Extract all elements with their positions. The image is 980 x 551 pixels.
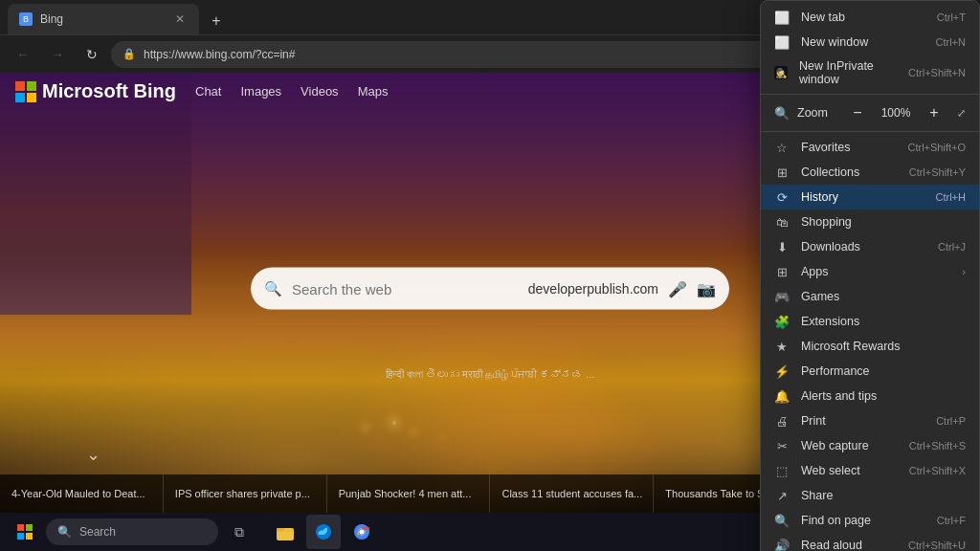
zoom-expand-button[interactable]: ⤢	[957, 107, 966, 120]
news-item-2[interactable]: Punjab Shocker! 4 men att...	[327, 474, 491, 513]
webcapture-menu-icon: ✂	[774, 438, 790, 453]
taskbar-edge[interactable]	[306, 515, 341, 549]
share-menu-icon: ↗	[774, 488, 790, 503]
alerts-menu-icon: 🔔	[774, 388, 790, 404]
extensions-menu-icon: 🧩	[774, 314, 790, 329]
zoom-decrease-button[interactable]: −	[846, 101, 869, 124]
new-tab-icon: ⬜	[774, 10, 790, 25]
menu-label-history: History	[801, 190, 924, 204]
address-bar[interactable]: 🔒 https://www.bing.com/?cc=in#	[111, 41, 808, 68]
menu-item-extensions[interactable]: 🧩 Extensions	[761, 309, 979, 334]
tab-close-button[interactable]: ✕	[172, 11, 188, 27]
new-tab-button[interactable]: +	[203, 8, 230, 34]
menu-item-new-window[interactable]: ⬜ New window Ctrl+N	[761, 30, 979, 55]
menu-label-extensions: Extensions	[801, 315, 966, 328]
shortcut-print: Ctrl+P	[936, 415, 966, 427]
browser-frame: B Bing ✕ + ··· — □ ✕ ← → ↻ 🔒 https://www…	[0, 0, 980, 551]
menu-item-webselect[interactable]: ⬚ Web select Ctrl+Shift+X	[761, 458, 979, 483]
svg-rect-7	[26, 533, 33, 540]
menu-item-favorites[interactable]: ☆ Favorites Ctrl+Shift+O	[761, 135, 979, 160]
microsoft-logo-icon	[15, 81, 36, 102]
search-input[interactable]	[292, 280, 519, 297]
taskbar-search[interactable]: 🔍 Search	[46, 518, 218, 545]
taskbar-chrome[interactable]	[345, 515, 379, 549]
news-item-0[interactable]: 4-Year-Old Mauled to Deat...	[0, 474, 164, 513]
menu-item-find-on-page[interactable]: 🔍 Find on page Ctrl+F	[761, 508, 979, 533]
rewards-menu-icon: ★	[774, 339, 790, 354]
menu-item-share[interactable]: ↗ Share	[761, 483, 979, 508]
menu-label-rewards: Microsoft Rewards	[801, 340, 966, 353]
site-label: developerpublish.com	[528, 281, 658, 297]
menu-item-new-tab[interactable]: ⬜ New tab Ctrl+T	[761, 5, 979, 30]
collections-menu-icon: ⊞	[774, 165, 790, 180]
menu-item-games[interactable]: 🎮 Games	[761, 284, 979, 309]
menu-label-webcapture: Web capture	[801, 439, 898, 452]
taskbar-icons	[268, 515, 379, 549]
menu-label-shopping: Shopping	[801, 215, 966, 229]
search-container: 🔍 developerpublish.com 🎤 📷	[251, 268, 729, 310]
menu-item-shopping[interactable]: 🛍 Shopping	[761, 209, 979, 234]
menu-label-performance: Performance	[801, 364, 966, 378]
menu-label-new-tab: New tab	[801, 11, 925, 24]
new-window-icon: ⬜	[774, 34, 790, 50]
shortcut-new-window: Ctrl+N	[936, 36, 966, 48]
bing-nav-images[interactable]: Images	[240, 84, 281, 99]
read-aloud-menu-icon: 🔊	[774, 538, 790, 551]
zoom-label: Zoom	[797, 106, 838, 120]
menu-label-webselect: Web select	[801, 464, 898, 477]
tab-favicon: B	[19, 12, 33, 26]
active-tab[interactable]: B Bing ✕	[8, 4, 199, 34]
bing-nav: Chat Images Videos Maps	[195, 84, 388, 99]
menu-label-games: Games	[801, 290, 966, 303]
tab-bar: B Bing ✕ +	[0, 0, 817, 34]
news-item-3[interactable]: Class 11 student accuses fa...	[490, 474, 654, 513]
menu-label-alerts: Alerts and tips	[801, 389, 966, 403]
menu-item-performance[interactable]: ⚡ Performance	[761, 359, 979, 384]
zoom-icon: 🔍	[774, 105, 790, 121]
bing-nav-chat[interactable]: Chat	[195, 84, 221, 99]
bing-nav-maps[interactable]: Maps	[358, 84, 389, 99]
camera-icon[interactable]: 📷	[697, 279, 716, 298]
mic-icon[interactable]: 🎤	[668, 279, 687, 298]
taskbar-search-text: Search	[79, 525, 116, 539]
downloads-menu-icon: ⬇	[774, 239, 790, 254]
menu-item-collections[interactable]: ⊞ Collections Ctrl+Shift+Y	[761, 160, 979, 185]
find-menu-icon: 🔍	[774, 513, 790, 528]
bing-logo-text: Microsoft Bing	[42, 80, 176, 102]
bing-nav-videos[interactable]: Videos	[301, 84, 339, 99]
edge-icon	[314, 522, 333, 541]
bing-logo: Microsoft Bing	[15, 80, 176, 102]
menu-item-apps[interactable]: ⊞ Apps ›	[761, 259, 979, 284]
search-box[interactable]: 🔍 developerpublish.com 🎤 📷	[251, 268, 729, 310]
shortcut-favorites: Ctrl+Shift+O	[907, 142, 966, 153]
file-explorer-icon	[276, 522, 295, 541]
menu-item-webcapture[interactable]: ✂ Web capture Ctrl+Shift+S	[761, 433, 979, 458]
menu-item-read-aloud[interactable]: 🔊 Read aloud Ctrl+Shift+U	[761, 533, 979, 551]
windows-icon	[17, 524, 33, 540]
menu-item-history[interactable]: ⟳ History Ctrl+H	[761, 185, 979, 209]
menu-item-print[interactable]: 🖨 Print Ctrl+P	[761, 408, 979, 433]
zoom-increase-button[interactable]: +	[923, 101, 946, 124]
back-button[interactable]: ←	[8, 39, 38, 70]
menu-item-inprivate[interactable]: 🕵 New InPrivate window Ctrl+Shift+N	[761, 55, 979, 91]
menu-item-alerts[interactable]: 🔔 Alerts and tips	[761, 384, 979, 408]
taskbar-file-explorer[interactable]	[268, 515, 302, 549]
task-view-button[interactable]: ⧉	[222, 515, 256, 549]
lock-icon: 🔒	[122, 48, 136, 60]
svg-point-13	[360, 530, 365, 535]
zoom-value: 100%	[877, 106, 915, 120]
start-button[interactable]	[8, 515, 42, 549]
menu-label-favorites: Favorites	[801, 141, 896, 154]
menu-item-downloads[interactable]: ⬇ Downloads Ctrl+J	[761, 234, 979, 259]
menu-item-rewards[interactable]: ★ Microsoft Rewards	[761, 334, 979, 359]
shortcut-history: Ctrl+H	[936, 191, 966, 203]
news-item-1[interactable]: IPS officer shares private p...	[164, 474, 327, 513]
taskbar-search-icon: 🔍	[57, 525, 72, 539]
forward-button[interactable]: →	[42, 39, 73, 70]
task-view-icon: ⧉	[234, 524, 244, 540]
menu-divider-1	[761, 94, 979, 95]
refresh-button[interactable]: ↻	[77, 39, 107, 70]
inprivate-icon: 🕵	[774, 66, 788, 79]
scroll-down-button[interactable]: ⌄	[86, 444, 100, 465]
shortcut-read-aloud: Ctrl+Shift+U	[908, 540, 966, 551]
